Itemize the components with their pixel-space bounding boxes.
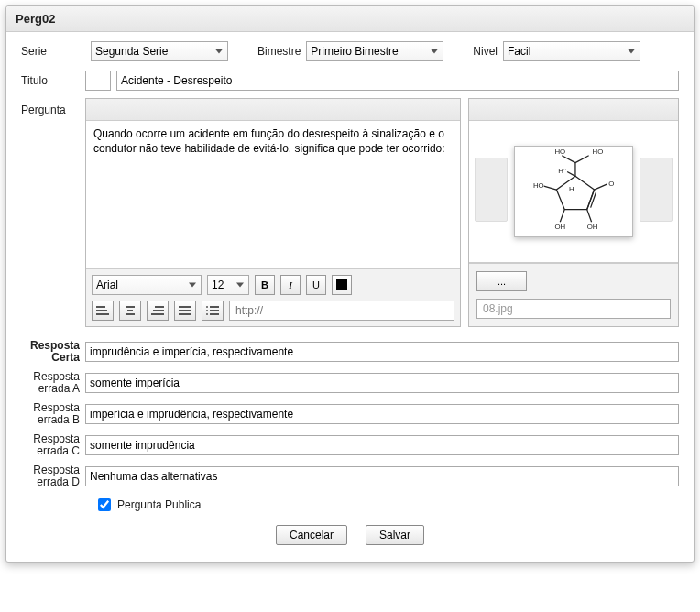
fontsize-select[interactable]: 12 — [207, 275, 249, 295]
bullet-list-icon — [206, 305, 219, 316]
resposta-certa-input[interactable] — [85, 342, 679, 362]
svg-line-2 — [591, 192, 596, 208]
color-swatch-icon — [336, 279, 347, 290]
italic-button[interactable]: I — [280, 275, 301, 295]
window-title: Perg02 — [6, 6, 694, 32]
font-select[interactable]: Arial — [92, 275, 202, 295]
align-center-button[interactable] — [119, 301, 141, 321]
question-editor-panel: Quando ocorre um acidente em função do d… — [85, 98, 461, 327]
svg-line-6 — [562, 156, 575, 163]
label-resposta-c: Respostaerrada C — [21, 433, 85, 457]
editor-tabbar — [86, 99, 460, 121]
titulo-input[interactable] — [116, 71, 679, 91]
nivel-select[interactable]: Facil — [503, 41, 640, 61]
text-color-button[interactable] — [332, 275, 352, 295]
question-textarea[interactable]: Quando ocorre um acidente em função do d… — [86, 121, 460, 268]
svg-line-7 — [560, 210, 564, 223]
svg-text:O: O — [608, 180, 614, 188]
resposta-c-input[interactable] — [85, 435, 679, 455]
label-resposta-d: Respostaerrada D — [21, 464, 85, 488]
label-resposta-certa: RespostaCerta — [21, 340, 85, 364]
image-filename-input[interactable] — [476, 299, 671, 319]
align-justify-button[interactable] — [174, 301, 196, 321]
svg-text:HO: HO — [533, 181, 544, 190]
label-serie: Serie — [21, 45, 85, 58]
publica-checkbox[interactable] — [98, 498, 111, 511]
align-justify-icon — [179, 305, 191, 316]
save-button[interactable]: Salvar — [366, 525, 424, 545]
align-center-icon — [124, 305, 137, 316]
label-bimestre: Bimestre — [257, 45, 301, 58]
svg-text:HO: HO — [593, 148, 604, 156]
svg-line-3 — [595, 184, 607, 190]
align-right-icon — [151, 305, 164, 316]
bimestre-select[interactable]: Primeiro Bimestre — [306, 41, 443, 61]
svg-text:H: H — [569, 185, 574, 193]
label-publica: Pergunta Publica — [117, 498, 201, 511]
form-window: Perg02 Serie Segunda Serie Bimestre Prim… — [5, 5, 695, 563]
resposta-b-input[interactable] — [85, 404, 679, 424]
resposta-d-input[interactable] — [85, 466, 679, 486]
thumb-bg-right — [640, 158, 673, 222]
svg-line-9 — [544, 186, 557, 190]
bold-button[interactable]: B — [255, 275, 275, 295]
cancel-button[interactable]: Cancelar — [276, 525, 347, 545]
thumb-bg-left — [475, 158, 508, 222]
label-nivel: Nivel — [473, 45, 498, 58]
svg-line-8 — [587, 210, 592, 223]
label-pergunta: Pergunta — [21, 98, 85, 116]
svg-line-5 — [575, 156, 589, 163]
url-input[interactable] — [229, 301, 454, 321]
underline-button[interactable]: U — [306, 275, 326, 295]
svg-text:OH: OH — [554, 223, 565, 231]
image-preview: HO HO O OH OH HO H'' H — [469, 121, 678, 263]
label-resposta-b: Respostaerrada B — [21, 402, 85, 426]
editor-toolbar: Arial 12 B I U — [86, 268, 460, 326]
titulo-number-box[interactable] — [85, 71, 111, 91]
svg-line-10 — [567, 171, 575, 176]
align-left-button[interactable] — [92, 301, 114, 321]
align-right-button[interactable] — [147, 301, 169, 321]
serie-select[interactable]: Segunda Serie — [91, 41, 228, 61]
resposta-a-input[interactable] — [85, 373, 679, 393]
label-titulo: Titulo — [21, 74, 85, 87]
image-thumbnail: HO HO O OH OH HO H'' H — [514, 146, 633, 237]
image-tabbar — [469, 99, 678, 121]
align-left-icon — [96, 305, 109, 316]
browse-image-button[interactable]: ... — [476, 271, 527, 291]
image-panel: HO HO O OH OH HO H'' H — [468, 98, 679, 327]
molecule-icon: HO HO O OH OH HO H'' H — [515, 147, 632, 236]
label-resposta-a: Respostaerrada A — [21, 371, 85, 395]
svg-text:HO: HO — [554, 148, 565, 156]
svg-text:H'': H'' — [558, 167, 566, 175]
svg-text:OH: OH — [587, 223, 598, 231]
bullet-list-button[interactable] — [202, 301, 224, 321]
